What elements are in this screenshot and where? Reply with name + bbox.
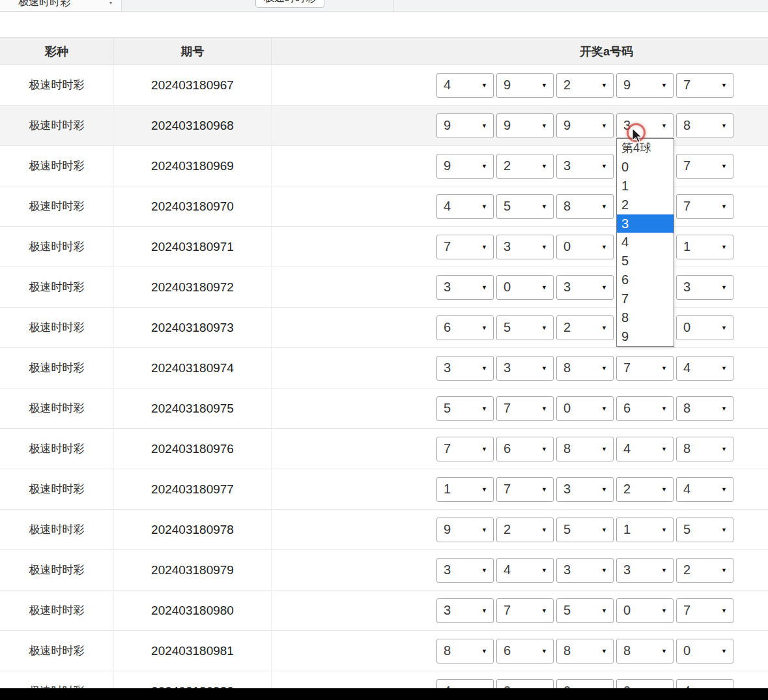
dropdown-option-9[interactable]: 9 bbox=[617, 327, 674, 346]
ball-4-number-select[interactable]: 8▼ bbox=[616, 639, 674, 664]
dropdown-option-4[interactable]: 4 bbox=[617, 233, 674, 252]
ball-5-number-select[interactable]: 1▼ bbox=[676, 235, 733, 259]
select-arrow-icon: ▼ bbox=[601, 325, 607, 331]
ball-4-number-select[interactable]: 1▼ bbox=[616, 518, 674, 542]
ball-5-number-select[interactable]: 0▼ bbox=[676, 639, 733, 664]
ball-5-number-select[interactable]: 4▼ bbox=[676, 477, 733, 502]
ball-3-number-select[interactable]: 8▼ bbox=[556, 194, 614, 219]
ball-3-number-select[interactable]: 3▼ bbox=[556, 477, 614, 502]
dropdown-option-1[interactable]: 1 bbox=[617, 177, 674, 196]
select-arrow-icon: ▼ bbox=[661, 486, 667, 493]
ball-5-number-select[interactable]: 3▼ bbox=[676, 275, 733, 300]
cell-period-number: 202403180975 bbox=[114, 388, 272, 428]
ball-2-number-select[interactable]: 7▼ bbox=[496, 477, 554, 502]
ball-5-number-select[interactable]: 7▼ bbox=[676, 154, 733, 179]
ball-3-number-select[interactable]: 3▼ bbox=[556, 154, 614, 179]
ball-5-number-select[interactable]: 8▼ bbox=[676, 396, 733, 421]
ball-3-number-select[interactable]: 3▼ bbox=[556, 275, 614, 300]
ball-1-number-select[interactable]: 7▼ bbox=[436, 235, 494, 259]
ball-2-number-select[interactable]: 6▼ bbox=[496, 639, 554, 664]
dropdown-option-6[interactable]: 6 bbox=[617, 270, 674, 289]
ball-1-number-select[interactable]: 4▼ bbox=[436, 73, 494, 98]
ball-4-number-select[interactable]: 3▼ bbox=[616, 558, 674, 583]
ball-2-number-select[interactable]: 7▼ bbox=[496, 396, 554, 421]
ball-3-number-select[interactable]: 5▼ bbox=[556, 598, 614, 623]
ball-1-number-select[interactable]: 9▼ bbox=[436, 113, 494, 138]
select-value: 0 bbox=[563, 239, 571, 254]
ball-2-number-select[interactable]: 3▼ bbox=[496, 235, 554, 259]
ball-2-number-select[interactable]: 5▼ bbox=[496, 315, 554, 340]
table-row: 极速时时彩2024031809793▼4▼3▼3▼2▼ bbox=[0, 550, 768, 591]
ball-2-number-select[interactable]: 2▼ bbox=[496, 154, 554, 179]
select-value: 8 bbox=[623, 643, 631, 658]
dropdown-option-0[interactable]: 0 bbox=[617, 158, 674, 177]
ball-2-number-select[interactable]: 9▼ bbox=[496, 113, 554, 138]
ball-5-number-select[interactable]: 7▼ bbox=[676, 598, 733, 623]
cell-draw-numbers: 4▼9▼2▼9▼7▼ bbox=[272, 65, 768, 105]
dropdown-option-2[interactable]: 2 bbox=[617, 196, 674, 214]
ball-1-number-select[interactable]: 6▼ bbox=[436, 315, 494, 340]
ball-1-number-select[interactable]: 3▼ bbox=[436, 356, 494, 381]
ball-2-number-select[interactable]: 0▼ bbox=[496, 275, 554, 300]
ball-4-number-select[interactable]: 2▼ bbox=[616, 477, 674, 502]
dropdown-option-placeholder[interactable]: 第4球 bbox=[617, 139, 674, 158]
ball-1-number-select[interactable]: 3▼ bbox=[436, 598, 494, 623]
select-value: 8 bbox=[683, 400, 690, 415]
ball-3-number-select[interactable]: 9▼ bbox=[556, 113, 614, 138]
ball-4-number-select[interactable]: 9▼ bbox=[616, 73, 674, 98]
ball-2-number-select[interactable]: 7▼ bbox=[496, 598, 554, 623]
ball-4-number-select[interactable]: 4▼ bbox=[616, 437, 674, 461]
dropdown-option-5[interactable]: 5 bbox=[617, 252, 674, 270]
ball-4-number-select[interactable]: 6▼ bbox=[616, 396, 674, 421]
ball-2-number-select[interactable]: 5▼ bbox=[496, 194, 554, 219]
select-arrow-icon: ▼ bbox=[481, 365, 487, 372]
ball-5-number-select[interactable]: 0▼ bbox=[676, 315, 733, 340]
ball-1-number-select[interactable]: 3▼ bbox=[436, 275, 494, 300]
ball-1-number-select[interactable]: 5▼ bbox=[436, 396, 494, 421]
ball-3-number-select[interactable]: 2▼ bbox=[556, 315, 614, 340]
toolbar-action-button[interactable]: 极速时时彩 bbox=[255, 0, 324, 8]
select-arrow-icon: ▼ bbox=[481, 82, 487, 89]
ball-1-number-select[interactable]: 4▼ bbox=[436, 194, 494, 219]
select-value: 3 bbox=[444, 602, 451, 617]
ball-5-number-select[interactable]: 7▼ bbox=[676, 73, 733, 98]
ball-1-number-select[interactable]: 1▼ bbox=[436, 477, 494, 502]
ball-5-number-select[interactable]: 5▼ bbox=[676, 518, 733, 542]
lottery-type-select[interactable]: 极速时时彩 ▾ bbox=[0, 0, 122, 12]
ball-4-number-select[interactable]: 0▼ bbox=[616, 598, 674, 623]
ball-5-number-select[interactable]: 8▼ bbox=[676, 113, 733, 138]
ball-2-number-select[interactable]: 2▼ bbox=[496, 518, 554, 542]
select-value: 7 bbox=[504, 602, 511, 617]
ball-3-number-select[interactable]: 8▼ bbox=[556, 639, 614, 664]
ball-1-number-select[interactable]: 7▼ bbox=[436, 437, 494, 461]
ball-3-number-select[interactable]: 0▼ bbox=[556, 235, 614, 259]
ball-3-number-select[interactable]: 2▼ bbox=[556, 73, 614, 98]
select-arrow-icon: ▼ bbox=[721, 607, 727, 614]
ball-3-number-select[interactable]: 8▼ bbox=[556, 437, 614, 461]
ball-4-number-select[interactable]: 7▼ bbox=[616, 356, 674, 381]
table-row: 极速时时彩2024031809767▼6▼8▼4▼8▼ bbox=[0, 429, 768, 469]
ball-2-number-select[interactable]: 6▼ bbox=[496, 437, 554, 461]
ball-2-number-select[interactable]: 3▼ bbox=[496, 356, 554, 381]
ball-1-number-select[interactable]: 9▼ bbox=[436, 518, 494, 542]
ball-5-number-select[interactable]: 8▼ bbox=[676, 437, 733, 461]
ball-3-number-select[interactable]: 3▼ bbox=[556, 558, 614, 583]
ball-5-number-select[interactable]: 4▼ bbox=[676, 356, 733, 381]
ball-1-number-select[interactable]: 3▼ bbox=[436, 558, 494, 583]
ball-3-number-select[interactable]: 5▼ bbox=[556, 518, 614, 542]
select-arrow-icon: ▼ bbox=[601, 365, 607, 372]
ball-3-number-select[interactable]: 0▼ bbox=[556, 396, 614, 421]
ball-5-number-select[interactable]: 7▼ bbox=[676, 194, 733, 219]
dropdown-option-8[interactable]: 8 bbox=[617, 308, 674, 327]
select-arrow-icon: ▼ bbox=[481, 163, 487, 169]
ball-1-number-select[interactable]: 9▼ bbox=[436, 154, 494, 179]
ball-3-number-select[interactable]: 8▼ bbox=[556, 356, 614, 381]
ball-2-number-select[interactable]: 9▼ bbox=[496, 73, 554, 98]
ball-2-number-select[interactable]: 4▼ bbox=[496, 558, 554, 583]
dropdown-option-7[interactable]: 7 bbox=[617, 289, 674, 308]
ball-5-number-select[interactable]: 2▼ bbox=[676, 558, 733, 583]
select-value: 2 bbox=[504, 158, 511, 173]
ball-1-number-select[interactable]: 8▼ bbox=[436, 639, 494, 664]
dropdown-option-3[interactable]: 3 bbox=[617, 214, 674, 233]
select-arrow-icon: ▼ bbox=[541, 405, 547, 412]
